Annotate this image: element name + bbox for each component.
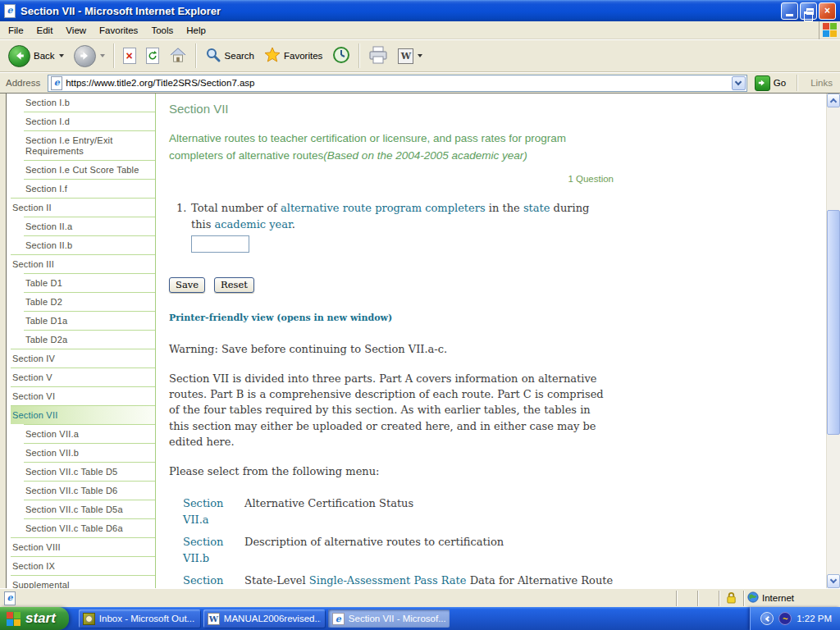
sidebar-item-section-vi[interactable]: Section VI	[11, 386, 155, 405]
back-button[interactable]: Back	[3, 43, 69, 70]
scroll-up-button[interactable]	[827, 94, 840, 107]
go-label: Go	[774, 78, 786, 88]
sidebar-item-section-vii-c-table-d6a[interactable]: Section VII.c Table D6a	[24, 518, 155, 537]
forward-button[interactable]	[69, 43, 110, 70]
menu-edit[interactable]: Edit	[30, 23, 60, 38]
inline-link[interactable]: Single-Assessment Pass Rate	[309, 574, 467, 587]
page-subtitle: Alternative routes to teacher certificat…	[169, 130, 614, 164]
scrollbar-thumb[interactable]	[827, 210, 840, 435]
security-zone-label: Internet	[762, 593, 794, 603]
toolbar: Back × Search	[0, 39, 840, 72]
sidebar-item-section-vii-c-table-d5a[interactable]: Section VII.c Table D5a	[24, 500, 155, 518]
taskbar-clock: 1:22 PM	[797, 614, 832, 623]
taskbar-button[interactable]: MANUAL2006revised....	[203, 609, 325, 628]
refresh-button[interactable]	[141, 45, 164, 66]
sidebar-item-section-vii-c-table-d6[interactable]: Section VII.c Table D6	[24, 481, 155, 500]
reset-button[interactable]: Reset	[214, 277, 254, 293]
edit-dropdown-icon[interactable]	[418, 54, 422, 57]
section-menu-description: State-Level Single-Assessment Pass Rate …	[244, 573, 614, 588]
menu-tools[interactable]: Tools	[144, 23, 180, 38]
home-icon	[169, 47, 187, 65]
sidebar-item-section-vii-b[interactable]: Section VII.b	[24, 443, 155, 462]
section-menu-description: Alternative Certification Status	[244, 495, 614, 527]
home-button[interactable]	[164, 44, 192, 67]
question-text: Total number of alternative route progra…	[191, 202, 589, 231]
tray-chevron-button[interactable]	[760, 612, 774, 625]
network-activity-icon[interactable]: ~	[778, 612, 792, 625]
sidebar-item-section-viii[interactable]: Section VIII	[11, 537, 155, 556]
address-url[interactable]: https://www.title2.org/Title2SRS/Section…	[66, 78, 728, 88]
print-button[interactable]	[363, 43, 393, 68]
sidebar-item-section-i-b[interactable]: Section I.b	[24, 94, 155, 112]
menu-file[interactable]: File	[2, 23, 30, 38]
favorites-button[interactable]: Favorites	[259, 44, 327, 67]
text-segment: Data for Alternative Route	[467, 574, 614, 587]
sidebar-item-supplemental[interactable]: Supplemental	[11, 575, 155, 588]
sidebar-item-section-ii-b[interactable]: Section II.b	[24, 235, 155, 254]
forward-dropdown-icon[interactable]	[100, 54, 105, 57]
minimize-button[interactable]	[781, 2, 798, 20]
favorites-star-icon	[264, 47, 281, 65]
edit-with-word-button[interactable]: W	[393, 46, 427, 66]
menu-favorites[interactable]: Favorites	[93, 23, 144, 38]
forward-icon	[74, 45, 96, 67]
search-button[interactable]: Search	[200, 44, 259, 67]
sidebar-item-section-i-f[interactable]: Section I.f	[24, 179, 155, 198]
taskbar-button[interactable]: Section VII - Microsof...	[328, 609, 450, 628]
menu-view[interactable]: View	[59, 23, 93, 38]
taskbar-button[interactable]: Inbox - Microsoft Out...	[79, 609, 200, 628]
chevron-down-icon	[735, 78, 742, 84]
windows-flag-icon	[7, 612, 21, 626]
stop-button[interactable]: ×	[118, 45, 141, 66]
sidebar-item-section-vii[interactable]: Section VII	[11, 405, 155, 424]
title-bar: Section VII - Microsoft Internet Explore…	[0, 0, 840, 21]
sidebar-item-table-d2[interactable]: Table D2	[24, 292, 155, 311]
section-menu-link[interactable]: Section VII.b	[183, 536, 223, 564]
section-menu-link[interactable]: Section VII.a	[183, 497, 223, 526]
inline-link[interactable]: alternative route program completers	[281, 202, 486, 214]
sidebar-item-section-i-e-cut-score-table[interactable]: Section I.e Cut Score Table	[24, 160, 155, 179]
vertical-scrollbar[interactable]	[826, 94, 840, 588]
links-label[interactable]: Links	[806, 78, 838, 88]
scroll-down-button[interactable]	[827, 574, 840, 588]
scrollbar-track[interactable]	[827, 107, 840, 574]
menu-link-col: Section VII.b	[183, 534, 242, 566]
address-dropdown-button[interactable]	[732, 76, 746, 90]
menu-help[interactable]: Help	[180, 23, 212, 38]
status-lock-pane	[719, 591, 743, 606]
sidebar-item-section-iv[interactable]: Section IV	[11, 349, 155, 368]
question-1-input[interactable]	[191, 235, 249, 253]
toolbar-separator	[797, 75, 798, 91]
sidebar-item-section-ii-a[interactable]: Section II.a	[24, 217, 155, 235]
inline-link[interactable]: academic year	[215, 218, 292, 231]
stop-icon: ×	[123, 48, 136, 64]
inline-link[interactable]: state	[523, 202, 550, 214]
sidebar-item-section-iii[interactable]: Section III	[11, 254, 155, 273]
start-button[interactable]: start	[0, 607, 69, 630]
printer-friendly-link[interactable]: Printer-friendly view (opens in new wind…	[169, 313, 614, 323]
sidebar-item-section-vii-a[interactable]: Section VII.a	[24, 424, 155, 443]
taskbar-button-label: Inbox - Microsoft Out...	[99, 614, 194, 623]
sidebar-item-table-d1[interactable]: Table D1	[24, 273, 155, 292]
start-label: start	[25, 610, 56, 627]
history-button[interactable]	[327, 43, 355, 68]
restore-button[interactable]	[800, 2, 817, 20]
sidebar-item-table-d1a[interactable]: Table D1a	[24, 311, 155, 330]
go-button[interactable]: Go	[751, 75, 789, 91]
sidebar-item-section-i-d[interactable]: Section I.d	[24, 112, 155, 130]
back-dropdown-icon[interactable]	[59, 54, 64, 57]
sidebar-item-section-ix[interactable]: Section IX	[11, 556, 155, 575]
section-menu-link[interactable]: Section VII.c	[183, 574, 223, 588]
sidebar-item-section-i-e-entry-exit-requirements[interactable]: Section I.e Entry/Exit Requirements	[24, 130, 155, 160]
page-content: Section VII Alternative routes to teache…	[156, 94, 826, 588]
text-segment: Alternative Certification Status	[244, 497, 413, 509]
close-button[interactable]: ×	[819, 2, 836, 20]
sidebar-item-section-ii[interactable]: Section II	[11, 198, 155, 217]
section-description: Section VII is divided into three parts.…	[169, 371, 614, 450]
sidebar-item-table-d2a[interactable]: Table D2a	[24, 330, 155, 349]
address-input[interactable]: https://www.title2.org/Title2SRS/Section…	[48, 75, 747, 92]
sidebar-item-section-vii-c-table-d5[interactable]: Section VII.c Table D5	[24, 462, 155, 481]
save-button[interactable]: Save	[169, 277, 205, 293]
back-icon	[8, 45, 30, 67]
sidebar-item-section-v[interactable]: Section V	[11, 368, 155, 386]
